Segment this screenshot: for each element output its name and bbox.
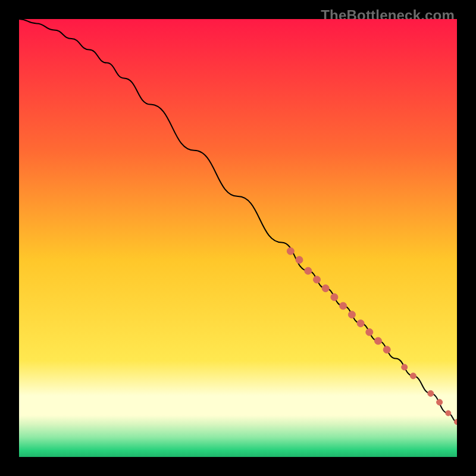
plot-area (19, 19, 457, 457)
chart-frame: TheBottleneck.com (0, 0, 476, 476)
highlight-dot (402, 364, 408, 370)
highlight-dot (314, 276, 321, 283)
curve-line (19, 19, 457, 422)
highlight-dot (357, 320, 364, 327)
highlight-dot (287, 248, 294, 255)
highlight-dot (410, 373, 416, 379)
highlight-dot (366, 328, 373, 336)
highlight-dot (428, 390, 434, 396)
highlight-dot (455, 419, 458, 425)
highlight-dot (322, 285, 329, 292)
chart-svg (19, 19, 457, 457)
highlight-dot (296, 256, 303, 264)
highlight-dot (446, 411, 451, 416)
highlight-dot (375, 337, 382, 345)
highlight-dot (340, 302, 347, 309)
highlight-dot (348, 311, 355, 318)
highlight-dot (331, 293, 338, 300)
highlight-dot (305, 267, 312, 274)
highlight-dot (437, 399, 443, 405)
highlight-dot (383, 346, 390, 353)
